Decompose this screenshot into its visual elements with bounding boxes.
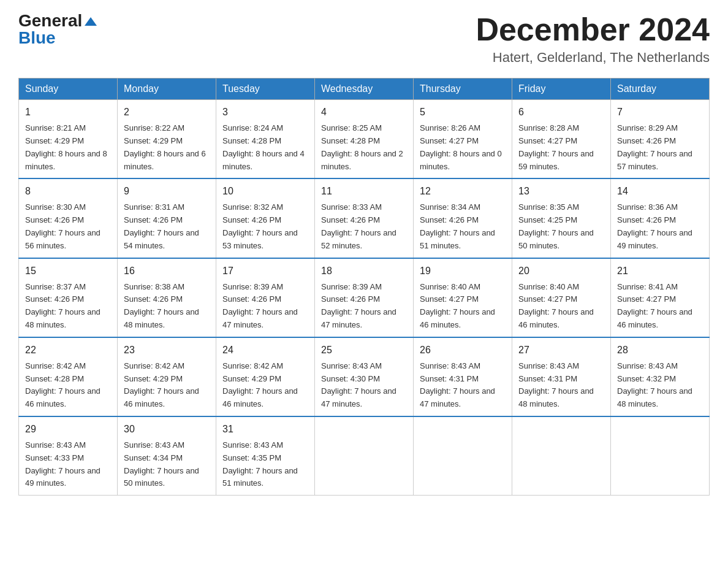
calendar-day-cell: 28Sunrise: 8:43 AMSunset: 4:32 PMDayligh… — [611, 337, 710, 416]
day-info: Sunrise: 8:40 AMSunset: 4:27 PMDaylight:… — [420, 282, 495, 329]
day-info: Sunrise: 8:43 AMSunset: 4:35 PMDaylight:… — [222, 440, 298, 488]
day-number: 24 — [222, 343, 308, 358]
logo-blue-text: Blue — [18, 29, 56, 47]
month-title: December 2024 — [476, 12, 710, 47]
day-number: 22 — [25, 343, 111, 358]
day-number: 26 — [420, 343, 506, 358]
day-number: 18 — [321, 264, 407, 278]
day-info: Sunrise: 8:43 AMSunset: 4:30 PMDaylight:… — [321, 361, 396, 408]
day-info: Sunrise: 8:39 AMSunset: 4:26 PMDaylight:… — [222, 282, 298, 329]
header-day-sunday: Sunday — [19, 79, 118, 100]
location-text: Hatert, Gelderland, The Netherlands — [476, 50, 710, 66]
day-info: Sunrise: 8:42 AMSunset: 4:29 PMDaylight:… — [222, 361, 298, 408]
calendar-day-cell: 8Sunrise: 8:30 AMSunset: 4:26 PMDaylight… — [19, 178, 118, 258]
day-info: Sunrise: 8:42 AMSunset: 4:28 PMDaylight:… — [25, 361, 100, 408]
header-day-tuesday: Tuesday — [216, 79, 315, 100]
calendar-header-row: SundayMondayTuesdayWednesdayThursdayFrid… — [19, 79, 710, 100]
day-info: Sunrise: 8:35 AMSunset: 4:25 PMDaylight:… — [518, 202, 594, 250]
calendar-day-cell: 16Sunrise: 8:38 AMSunset: 4:26 PMDayligh… — [118, 258, 216, 337]
day-info: Sunrise: 8:38 AMSunset: 4:26 PMDaylight:… — [124, 282, 199, 329]
day-info: Sunrise: 8:42 AMSunset: 4:29 PMDaylight:… — [124, 361, 199, 408]
day-number: 29 — [25, 422, 111, 437]
calendar-day-cell: 5Sunrise: 8:26 AMSunset: 4:27 PMDaylight… — [414, 100, 512, 179]
header-day-friday: Friday — [512, 79, 611, 100]
header-day-thursday: Thursday — [414, 79, 512, 100]
day-info: Sunrise: 8:24 AMSunset: 4:28 PMDaylight:… — [222, 123, 305, 170]
day-number: 5 — [420, 105, 506, 120]
day-info: Sunrise: 8:21 AMSunset: 4:29 PMDaylight:… — [25, 123, 107, 170]
calendar-day-cell: 12Sunrise: 8:34 AMSunset: 4:26 PMDayligh… — [414, 178, 512, 258]
calendar-week-row: 1Sunrise: 8:21 AMSunset: 4:29 PMDaylight… — [19, 100, 710, 179]
day-info: Sunrise: 8:31 AMSunset: 4:26 PMDaylight:… — [124, 202, 199, 250]
calendar-day-cell: 9Sunrise: 8:31 AMSunset: 4:26 PMDaylight… — [118, 178, 216, 258]
calendar-day-cell: 1Sunrise: 8:21 AMSunset: 4:29 PMDaylight… — [19, 100, 118, 179]
logo: General Blue — [18, 12, 97, 47]
calendar-day-cell: 30Sunrise: 8:43 AMSunset: 4:34 PMDayligh… — [118, 416, 216, 496]
calendar-day-cell: 26Sunrise: 8:43 AMSunset: 4:31 PMDayligh… — [414, 337, 512, 416]
day-number: 13 — [518, 184, 604, 199]
calendar-day-cell: 22Sunrise: 8:42 AMSunset: 4:28 PMDayligh… — [19, 337, 118, 416]
calendar-week-row: 22Sunrise: 8:42 AMSunset: 4:28 PMDayligh… — [19, 337, 710, 416]
calendar-day-cell: 10Sunrise: 8:32 AMSunset: 4:26 PMDayligh… — [216, 178, 315, 258]
day-number: 4 — [321, 105, 407, 120]
calendar-week-row: 8Sunrise: 8:30 AMSunset: 4:26 PMDaylight… — [19, 178, 710, 258]
calendar-day-cell — [315, 416, 414, 496]
day-number: 27 — [518, 343, 604, 358]
day-info: Sunrise: 8:34 AMSunset: 4:26 PMDaylight:… — [420, 202, 495, 250]
calendar-day-cell: 14Sunrise: 8:36 AMSunset: 4:26 PMDayligh… — [611, 178, 710, 258]
day-info: Sunrise: 8:43 AMSunset: 4:31 PMDaylight:… — [518, 361, 594, 408]
day-number: 31 — [222, 422, 308, 437]
day-number: 2 — [124, 105, 210, 120]
calendar-day-cell: 3Sunrise: 8:24 AMSunset: 4:28 PMDaylight… — [216, 100, 315, 179]
calendar-day-cell: 15Sunrise: 8:37 AMSunset: 4:26 PMDayligh… — [19, 258, 118, 337]
calendar-day-cell: 7Sunrise: 8:29 AMSunset: 4:26 PMDaylight… — [611, 100, 710, 179]
day-number: 10 — [222, 184, 308, 199]
day-number: 25 — [321, 343, 407, 358]
day-info: Sunrise: 8:43 AMSunset: 4:31 PMDaylight:… — [420, 361, 495, 408]
calendar-day-cell: 27Sunrise: 8:43 AMSunset: 4:31 PMDayligh… — [512, 337, 611, 416]
day-number: 30 — [124, 422, 210, 437]
title-block: December 2024 Hatert, Gelderland, The Ne… — [476, 12, 710, 66]
day-info: Sunrise: 8:39 AMSunset: 4:26 PMDaylight:… — [321, 282, 396, 329]
day-number: 12 — [420, 184, 506, 199]
day-number: 21 — [617, 264, 703, 278]
day-number: 11 — [321, 184, 407, 199]
day-info: Sunrise: 8:37 AMSunset: 4:26 PMDaylight:… — [25, 282, 100, 329]
day-number: 3 — [222, 105, 308, 120]
day-info: Sunrise: 8:33 AMSunset: 4:26 PMDaylight:… — [321, 202, 396, 250]
day-info: Sunrise: 8:30 AMSunset: 4:26 PMDaylight:… — [25, 202, 100, 250]
day-info: Sunrise: 8:43 AMSunset: 4:33 PMDaylight:… — [25, 440, 100, 488]
calendar-day-cell: 24Sunrise: 8:42 AMSunset: 4:29 PMDayligh… — [216, 337, 315, 416]
day-info: Sunrise: 8:43 AMSunset: 4:32 PMDaylight:… — [617, 361, 692, 408]
calendar-week-row: 29Sunrise: 8:43 AMSunset: 4:33 PMDayligh… — [19, 416, 710, 496]
day-info: Sunrise: 8:32 AMSunset: 4:26 PMDaylight:… — [222, 202, 298, 250]
calendar-day-cell: 11Sunrise: 8:33 AMSunset: 4:26 PMDayligh… — [315, 178, 414, 258]
calendar-day-cell: 31Sunrise: 8:43 AMSunset: 4:35 PMDayligh… — [216, 416, 315, 496]
day-info: Sunrise: 8:25 AMSunset: 4:28 PMDaylight:… — [321, 123, 403, 170]
calendar-day-cell: 20Sunrise: 8:40 AMSunset: 4:27 PMDayligh… — [512, 258, 611, 337]
calendar-day-cell: 29Sunrise: 8:43 AMSunset: 4:33 PMDayligh… — [19, 416, 118, 496]
header-day-wednesday: Wednesday — [315, 79, 414, 100]
day-number: 9 — [124, 184, 210, 199]
calendar-day-cell: 17Sunrise: 8:39 AMSunset: 4:26 PMDayligh… — [216, 258, 315, 337]
logo-general-text: General — [18, 12, 82, 29]
day-number: 16 — [124, 264, 210, 278]
day-info: Sunrise: 8:22 AMSunset: 4:29 PMDaylight:… — [124, 123, 206, 170]
header-day-monday: Monday — [118, 79, 216, 100]
calendar-day-cell: 13Sunrise: 8:35 AMSunset: 4:25 PMDayligh… — [512, 178, 611, 258]
calendar-day-cell: 25Sunrise: 8:43 AMSunset: 4:30 PMDayligh… — [315, 337, 414, 416]
day-number: 20 — [518, 264, 604, 278]
calendar-day-cell: 19Sunrise: 8:40 AMSunset: 4:27 PMDayligh… — [414, 258, 512, 337]
day-number: 6 — [518, 105, 604, 120]
day-number: 15 — [25, 264, 111, 278]
calendar-day-cell — [414, 416, 512, 496]
calendar-week-row: 15Sunrise: 8:37 AMSunset: 4:26 PMDayligh… — [19, 258, 710, 337]
calendar-day-cell: 2Sunrise: 8:22 AMSunset: 4:29 PMDaylight… — [118, 100, 216, 179]
calendar-day-cell: 23Sunrise: 8:42 AMSunset: 4:29 PMDayligh… — [118, 337, 216, 416]
day-number: 28 — [617, 343, 703, 358]
day-info: Sunrise: 8:28 AMSunset: 4:27 PMDaylight:… — [518, 123, 594, 170]
day-number: 19 — [420, 264, 506, 278]
day-number: 8 — [25, 184, 111, 199]
calendar-day-cell: 4Sunrise: 8:25 AMSunset: 4:28 PMDaylight… — [315, 100, 414, 179]
header-day-saturday: Saturday — [611, 79, 710, 100]
